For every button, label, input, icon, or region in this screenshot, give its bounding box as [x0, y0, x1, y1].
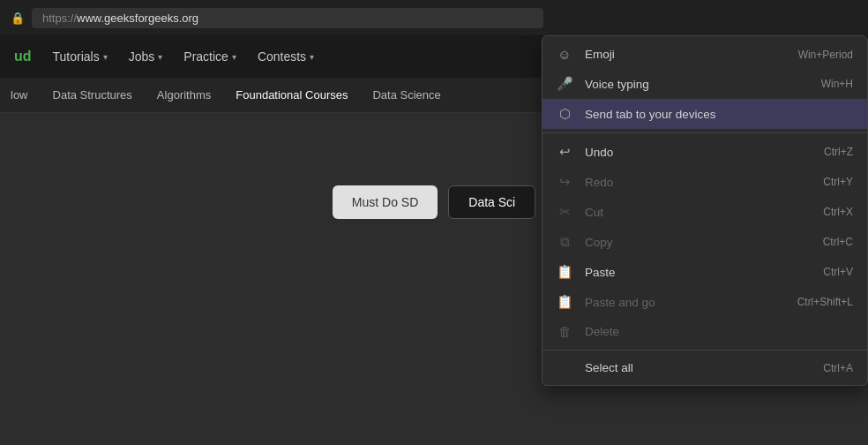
menu-shortcut-select-all: Ctrl+A [823, 362, 853, 374]
menu-item-cut: ✂CutCtrl+X [542, 197, 867, 227]
context-menu: ☺EmojiWin+Period🎤Voice typingWin+H⬡Send … [542, 35, 868, 386]
copy-icon: ⧉ [557, 234, 572, 250]
menu-item-paste[interactable]: 📋PasteCtrl+V [542, 257, 867, 287]
menu-item-delete: 🗑Delete [542, 317, 867, 346]
menu-item-redo: ↪RedoCtrl+Y [542, 167, 867, 197]
menu-label-select-all: Select all [585, 361, 633, 374]
undo-icon: ↩ [557, 144, 572, 160]
url-domain: www.geeksforgeeks.org [77, 11, 198, 25]
chevron-icon: ▾ [103, 52, 108, 62]
paste-go-icon: 📋 [557, 294, 572, 310]
nav-item-contests[interactable]: Contests ▾ [258, 49, 314, 64]
chevron-icon: ▾ [310, 52, 314, 62]
menu-item-paste-go: 📋Paste and goCtrl+Shift+L [542, 287, 867, 317]
menu-item-emoji[interactable]: ☺EmojiWin+Period [542, 40, 867, 69]
nav-item-practice[interactable]: Practice ▾ [183, 49, 236, 64]
subnav-item-data-science[interactable]: Data Science [372, 88, 440, 102]
menu-shortcut-copy: Ctrl+C [823, 236, 853, 248]
menu-item-send-tab[interactable]: ⬡Send tab to your devices [542, 99, 867, 129]
menu-shortcut-undo: Ctrl+Z [824, 146, 853, 158]
menu-label-cut: Cut [585, 206, 603, 219]
menu-divider [542, 132, 867, 133]
menu-shortcut-redo: Ctrl+Y [823, 176, 853, 188]
subnav-item-foundational-courses[interactable]: Foundational Courses [236, 88, 348, 102]
menu-label-emoji: Emoji [585, 48, 615, 61]
browser-bar: 🔒 https://www.geeksforgeeks.org [0, 0, 868, 35]
subnav-item-data-structures[interactable]: Data Structures [53, 88, 132, 102]
redo-icon: ↪ [557, 174, 572, 190]
menu-item-select-all[interactable]: Select allCtrl+A [542, 354, 867, 381]
menu-shortcut-paste-go: Ctrl+Shift+L [797, 296, 853, 308]
url-https: https:// [42, 11, 77, 25]
menu-divider [542, 350, 867, 351]
nav-item-tutorials[interactable]: Tutorials ▾ [53, 49, 108, 64]
menu-shortcut-emoji: Win+Period [798, 49, 853, 61]
menu-item-voice-typing[interactable]: 🎤Voice typingWin+H [542, 69, 867, 99]
page-content: ud Tutorials ▾ Jobs ▾ Practice ▾ Contest… [0, 35, 868, 445]
must-do-sd-button[interactable]: Must Do SD [333, 185, 438, 219]
chevron-icon: ▾ [232, 52, 236, 62]
menu-label-redo: Redo [585, 176, 613, 189]
menu-label-copy: Copy [585, 236, 613, 249]
emoji-icon: ☺ [557, 47, 572, 62]
menu-shortcut-voice-typing: Win+H [821, 78, 853, 90]
menu-label-voice-typing: Voice typing [585, 78, 649, 91]
menu-label-undo: Undo [585, 146, 613, 159]
menu-label-paste-go: Paste and go [585, 296, 655, 309]
menu-label-paste: Paste [585, 266, 616, 279]
delete-icon: 🗑 [557, 324, 572, 339]
url-bar[interactable]: https://www.geeksforgeeks.org [32, 8, 543, 28]
chevron-icon: ▾ [158, 52, 162, 62]
menu-item-undo[interactable]: ↩UndoCtrl+Z [542, 137, 867, 167]
menu-item-copy: ⧉CopyCtrl+C [542, 227, 867, 257]
subnav-item-algorithms[interactable]: Algorithms [157, 88, 211, 102]
lock-icon: 🔒 [11, 11, 25, 25]
data-sci-button[interactable]: Data Sci [448, 185, 535, 219]
menu-shortcut-paste: Ctrl+V [823, 266, 853, 278]
voice-typing-icon: 🎤 [557, 76, 572, 92]
subnav-item-low[interactable]: low [11, 88, 28, 102]
menu-label-delete: Delete [585, 325, 619, 338]
brand-partial: ud [14, 49, 32, 64]
paste-icon: 📋 [557, 264, 572, 280]
menu-shortcut-cut: Ctrl+X [823, 206, 853, 218]
nav-item-jobs[interactable]: Jobs ▾ [129, 49, 163, 64]
cut-icon: ✂ [557, 204, 572, 220]
send-tab-icon: ⬡ [557, 106, 572, 122]
menu-label-send-tab: Send tab to your devices [585, 108, 716, 121]
